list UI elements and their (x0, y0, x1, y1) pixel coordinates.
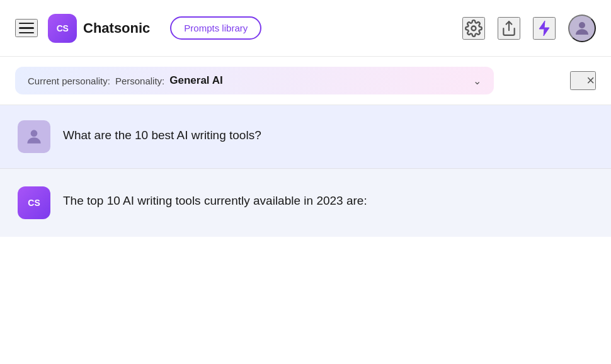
header: CS Chatsonic Prompts library (0, 0, 611, 57)
header-icons (462, 14, 596, 42)
settings-button[interactable] (462, 17, 485, 40)
svg-point-0 (472, 26, 476, 30)
ai-message-avatar: CS (18, 186, 50, 219)
user-message-text: What are the 10 best AI writing tools? (63, 120, 261, 145)
svg-point-3 (31, 130, 38, 137)
share-icon (501, 20, 517, 37)
prompts-library-button[interactable]: Prompts library (170, 16, 261, 40)
user-avatar-icon (573, 19, 591, 38)
chevron-down-icon: ⌄ (473, 75, 481, 87)
user-message-avatar-icon (24, 127, 44, 147)
personality-value: General AI (169, 74, 222, 87)
boost-button[interactable] (533, 17, 556, 40)
logo-icon: CS (48, 14, 77, 43)
personality-selector: Current personality: Personality: Genera… (15, 67, 494, 94)
user-message-avatar (18, 120, 50, 153)
close-personality-button[interactable]: × (570, 71, 596, 90)
bolt-icon (537, 20, 552, 37)
personality-bar: Current personality: Personality: Genera… (0, 57, 611, 105)
current-personality-label: Current personality: (28, 76, 110, 86)
ai-message-text: The top 10 AI writing tools currently av… (63, 186, 367, 210)
personality-prefix-label: Personality: (115, 76, 164, 86)
gear-icon (465, 20, 483, 37)
hamburger-button[interactable] (15, 19, 38, 38)
logo-text: Chatsonic (83, 20, 150, 37)
personality-dropdown[interactable]: General AI ⌄ (169, 74, 481, 87)
share-button[interactable] (498, 17, 520, 40)
user-message: What are the 10 best AI writing tools? (0, 105, 611, 169)
logo-area: CS Chatsonic (48, 14, 150, 43)
ai-message: CS The top 10 AI writing tools currently… (0, 169, 611, 237)
svg-point-2 (579, 22, 585, 28)
chat-area: What are the 10 best AI writing tools? C… (0, 105, 611, 237)
user-avatar-button[interactable] (568, 14, 596, 42)
